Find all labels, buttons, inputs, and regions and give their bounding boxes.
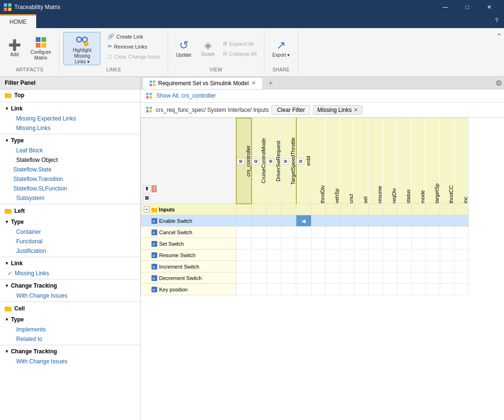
divider-5 [0,279,140,280]
collapse-inputs-icon[interactable]: − [144,206,150,212]
cell-item[interactable]: Cell [0,303,140,314]
functional-item[interactable]: Functional [0,237,140,246]
cell-with-change-issues-item[interactable]: With Change Issues [0,357,140,366]
data-cell [252,204,267,215]
svg-rect-5 [41,37,46,42]
tab-req-vs-simulink[interactable]: Requirement Set vs Simulink Model ✕ [142,77,263,89]
cell-change-tracking-header[interactable]: ▼ Change Tracking [0,346,140,357]
export-button[interactable]: ↗ Export ▾ [268,32,294,65]
data-cell [325,238,340,250]
link-cell-enbl[interactable]: ◄ [296,215,312,227]
with-change-issues-item[interactable]: With Change Issues [0,291,140,300]
update-button[interactable]: ↺ Update [172,32,196,65]
collapse-all-button[interactable]: ⊟ Collapse All [220,49,260,58]
stateflow-transition-item[interactable]: Stateflow.Transition [0,174,140,184]
sort-icon[interactable]: ⬆ [143,185,151,192]
settings-icon[interactable]: ⚙ [495,79,502,88]
show-all-link[interactable]: Show All, crs_controller [156,92,216,99]
col-enbl: ⊞ enbl [296,118,312,204]
data-cell [236,284,252,295]
data-cell [266,284,281,295]
data-cell [340,284,354,295]
stateflow-slfunction-item[interactable]: Stateflow.SLFunction [0,184,140,193]
clear-change-icon: ◻ [108,53,112,60]
link-items: Missing Expected Links Missing Links [0,114,140,133]
add-button[interactable]: ➕ Add [4,32,25,65]
add-tab-button[interactable]: + [264,77,277,89]
data-cell [311,204,325,215]
update-icon: ↺ [179,40,189,51]
data-cell [340,261,354,272]
left-link-group-header[interactable]: ▼ Link [0,258,140,269]
tab-close-icon[interactable]: ✕ [252,80,256,86]
table-row: ≡ Enable Switch ◄ [141,215,469,227]
col-resume: resume [368,118,383,204]
col-set: set [354,118,368,204]
missing-links-item[interactable]: Missing Links [0,123,140,133]
tab-bar: Requirement Set vs Simulink Model ✕ + ⚙ [141,77,504,90]
svg-rect-2 [4,8,7,11]
filter-panel: Filter Panel Top ▼ Link Missing Expected… [0,77,141,420]
change-tracking-group-header[interactable]: ▼ Change Tracking [0,280,140,291]
data-cell [368,204,383,215]
related-to-item[interactable]: Related to [0,334,140,344]
configure-matrix-button[interactable]: ConfigureMatrix [26,32,55,65]
top-item[interactable]: Top [0,90,140,101]
tab-home[interactable]: HOME [0,14,36,28]
col-req-div: reqDiv [383,118,397,204]
link-group-header[interactable]: ▼ Link [0,103,140,114]
ribbon-content: ➕ Add ConfigureMatrix ARTIFACTS [0,28,504,76]
data-cell [266,261,281,272]
left-item[interactable]: Left [0,205,140,217]
col-cruise-control-mode: ⊞ CruiseControlMode [252,118,267,204]
svg-rect-3 [8,8,11,11]
left-link-triangle: ▼ [5,261,9,266]
data-cell [281,272,296,284]
resume-switch-header: ≡ Resume Switch [141,250,236,261]
maximize-button[interactable]: □ [456,0,478,14]
svg-rect-16 [5,307,8,308]
svg-rect-6 [36,43,40,48]
svg-rect-25 [146,107,149,109]
data-cell [411,284,425,295]
help-button[interactable]: ? [489,14,504,28]
clear-change-issue-button[interactable]: ◻ Clear Change Issue [104,52,163,61]
divider-3 [0,204,140,204]
expand-row-icon[interactable]: ⊞ [143,194,151,201]
missing-links-left-item[interactable]: ✓ Missing Links [0,269,140,278]
missing-expected-links-item[interactable]: Missing Expected Links [0,114,140,123]
divider-7 [0,345,140,345]
cell-type-group-header[interactable]: ▼ Type [0,314,140,325]
data-cell [397,215,411,227]
data-cell [397,284,411,295]
implements-item[interactable]: Implements [0,325,140,334]
matrix-grid[interactable]: ⬆ ! ⊞ [141,118,504,420]
remove-links-button[interactable]: ✂ Remove Links [104,42,163,51]
filter-bar: crs_req_func_spec/ System Interface/ Inp… [141,103,504,118]
expand-all-button[interactable]: ⊞ Expand All [220,39,260,48]
highlight-missing-links-button[interactable]: ! HighlightMissing Links ▾ [63,32,101,65]
data-cell [252,272,267,284]
svg-text:≡: ≡ [152,219,155,224]
clear-filter-button[interactable]: Clear Filter [272,105,310,115]
type-group-header[interactable]: ▼ Type [0,135,140,146]
container-item[interactable]: Container [0,227,140,237]
ribbon-collapse[interactable]: ⌃ [494,30,504,74]
subsystem-item[interactable]: Subsystem [0,193,140,203]
create-link-button[interactable]: 🔗 Create Link [104,32,163,41]
ribbon-group-artifacts: ➕ Add ConfigureMatrix ARTIFACTS [0,30,60,74]
data-cell [454,238,468,250]
stateflow-state-item[interactable]: Stateflow.State [0,165,140,174]
data-cell [296,284,312,295]
data-cell [236,261,252,272]
left-type-group-header[interactable]: ▼ Type [0,217,140,227]
stateflow-object-item[interactable]: Stateflow Object [0,155,140,165]
leaf-block-item[interactable]: Leaf Block [0,146,140,155]
scope-button[interactable]: ◈ Scope [197,32,219,65]
justification-item[interactable]: Justification [0,246,140,256]
doc-icon: ≡ [151,287,157,292]
remove-filter-icon[interactable]: ✕ [353,107,358,113]
minimize-button[interactable]: — [434,0,456,14]
close-button[interactable]: ✕ [478,0,500,14]
show-all-icon [146,93,153,100]
